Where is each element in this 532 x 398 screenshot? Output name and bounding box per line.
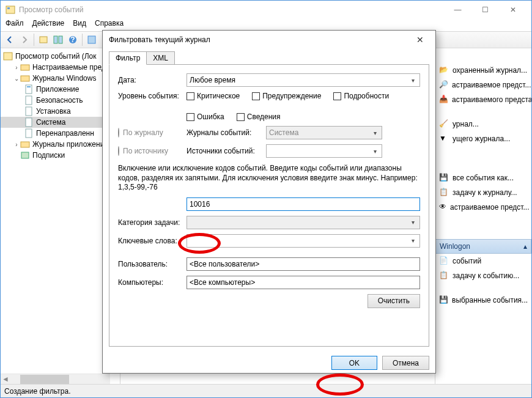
svg-rect-7 [88, 36, 95, 43]
radio-label: По журналу [123, 128, 163, 137]
actions-header [435, 48, 531, 63]
chevron-down-icon: ▾ [408, 237, 418, 244]
folder-open-icon [20, 73, 30, 83]
tool-icon-2[interactable] [51, 33, 65, 46]
tree-label: Перенаправленн [36, 129, 94, 138]
computer-input[interactable] [187, 276, 420, 289]
nav-forward-button[interactable] [18, 33, 31, 46]
check-error[interactable]: Ошибка [187, 112, 224, 121]
menu-help[interactable]: Справка [95, 19, 124, 31]
filter-dialog: Фильтровать текущий журнал ✕ Фильтр XML … [102, 30, 436, 374]
action-label: ущего журнала... [453, 135, 510, 143]
collapse-icon[interactable]: ⌄ [13, 75, 20, 82]
log-icon [24, 128, 34, 138]
expand-icon[interactable]: › [13, 64, 20, 71]
cancel-button[interactable]: Отмена [382, 356, 429, 370]
dialog-title: Фильтровать текущий журнал [109, 35, 411, 44]
event-id-input[interactable] [187, 197, 420, 211]
clear-button[interactable]: Очистить [368, 294, 420, 308]
action-label: выбранные события... [452, 296, 528, 304]
filter-panel: Дата: Любое время▾ Уровень события: Крит… [109, 64, 429, 347]
tab-filter[interactable]: Фильтр [109, 51, 147, 65]
date-combo[interactable]: Любое время▾ [187, 73, 420, 87]
view-icon: 🔎 [439, 80, 448, 90]
menu-action[interactable]: Действие [32, 19, 65, 31]
radio-label: По источнику [123, 147, 168, 155]
combo-value: Любое время [190, 76, 235, 84]
svg-rect-3 [54, 36, 57, 43]
combo-value: Система [269, 128, 298, 137]
tree-label: Система [36, 118, 65, 127]
dialog-titlebar: Фильтровать текущий журнал ✕ [103, 31, 435, 49]
menu-file[interactable]: Файл [6, 19, 24, 31]
tree-root-label: Просмотр событий (Лок [15, 52, 96, 61]
close-button[interactable]: ✕ [499, 1, 526, 18]
eventviewer-icon [3, 51, 13, 61]
maximize-button[interactable]: ☐ [471, 1, 499, 18]
action-label: астраиваемое предст... [452, 81, 531, 89]
folder-icon [20, 62, 30, 72]
action-clear-log[interactable]: 🧹урнал... [435, 117, 531, 131]
minimize-button[interactable]: — [444, 1, 471, 18]
expand-icon[interactable]: › [13, 141, 20, 148]
radio-by-source[interactable] [118, 147, 119, 155]
tool-icon-1[interactable] [37, 33, 50, 46]
action-filter-log[interactable]: ▼ущего журнала... [435, 131, 531, 146]
action-save-selected[interactable]: 💾выбранные события... [435, 293, 531, 308]
chevron-down-icon: ▾ [408, 219, 418, 226]
app-icon [6, 5, 15, 15]
event-sources-combo[interactable]: ▾ [266, 144, 382, 158]
log-icon [24, 95, 34, 105]
action-save-all[interactable]: 💾все события как... [435, 171, 531, 185]
action-view[interactable]: 👁астраиваемое предст... [435, 200, 531, 215]
tool-icon-4[interactable] [85, 33, 98, 46]
event-logs-combo: Система▾ [266, 126, 382, 139]
check-label: Ошибка [197, 112, 224, 121]
action-label: охраненный журнал... [453, 66, 527, 75]
tab-xml[interactable]: XML [146, 51, 175, 65]
task-icon: 📋 [439, 188, 449, 197]
check-info[interactable]: Сведения [237, 112, 281, 121]
action-event-props[interactable]: 📄событий [435, 254, 531, 268]
ok-button[interactable]: OK [331, 356, 377, 370]
svg-rect-18 [21, 152, 29, 158]
action-label: астраиваемого предста... [452, 95, 531, 104]
action-attach-event[interactable]: 📋задачу к событию... [435, 268, 531, 283]
svg-rect-2 [40, 37, 47, 43]
keywords-combo[interactable]: ▾ [187, 234, 420, 248]
nav-back-button[interactable] [3, 33, 17, 46]
svg-rect-0 [6, 6, 15, 13]
action-open-saved-log[interactable]: 📂охраненный журнал... [435, 63, 531, 78]
tree-label: Журналы Windows [32, 74, 96, 83]
view-icon: 👁 [439, 202, 446, 212]
main-titlebar: Просмотр событий — ☐ ✕ [1, 1, 531, 19]
help-icon[interactable]: ? [66, 33, 79, 46]
tree-label: Подписки [32, 151, 65, 160]
check-label: Подробности [344, 92, 389, 100]
tree-label: Приложение [36, 85, 79, 94]
check-warning[interactable]: Предупреждение [252, 92, 321, 100]
svg-rect-9 [21, 65, 29, 70]
action-label: событий [453, 257, 481, 265]
dialog-close-button[interactable]: ✕ [411, 32, 429, 47]
tree-label: Безопасность [36, 96, 83, 105]
import-icon: 📥 [439, 95, 448, 105]
user-input[interactable] [187, 257, 420, 271]
task-icon: 📋 [439, 271, 449, 281]
tree-horizontal-scrollbar[interactable]: ◄ [1, 374, 110, 384]
action-attach-task[interactable]: 📋задачу к журналу... [435, 185, 531, 200]
action-create-custom-view[interactable]: 🔎астраиваемое предст... [435, 78, 531, 92]
clear-icon: 🧹 [439, 119, 449, 129]
props-icon: 📄 [439, 256, 449, 266]
check-label: Критическое [197, 92, 240, 100]
menu-view[interactable]: Вид [73, 19, 86, 31]
svg-rect-15 [26, 118, 32, 127]
check-verbose[interactable]: Подробности [333, 92, 389, 100]
label-user: Пользователь: [118, 260, 187, 268]
action-label: задачу к журналу... [453, 188, 517, 197]
label-computer: Компьютеры: [118, 278, 187, 287]
check-critical[interactable]: Критическое [187, 92, 240, 100]
log-icon [24, 117, 34, 127]
actions-event-header[interactable]: Winlogon▴ [435, 239, 531, 254]
action-import-custom-view[interactable]: 📥астраиваемого предста... [435, 92, 531, 107]
